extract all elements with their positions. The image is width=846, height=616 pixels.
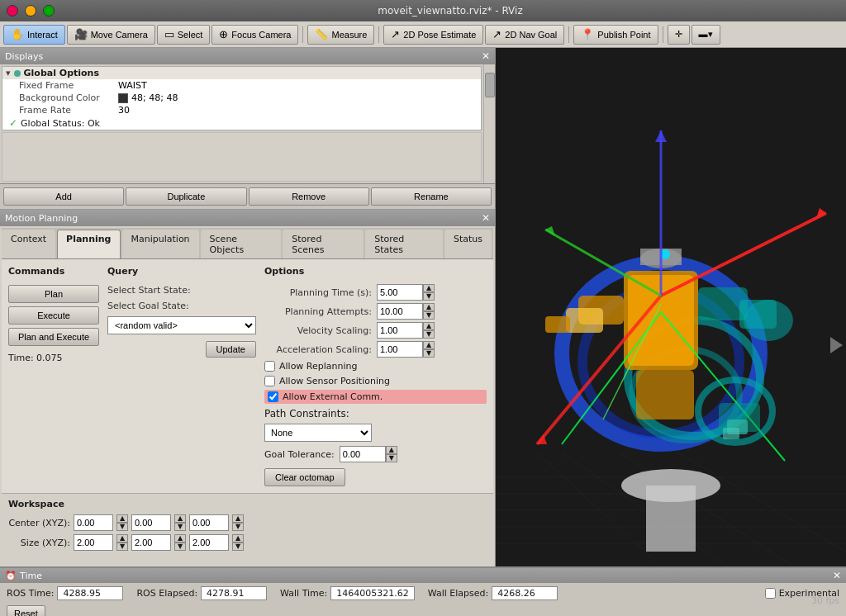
velocity-scaling-input[interactable] xyxy=(377,322,423,339)
velocity-scaling-down[interactable]: ▼ xyxy=(423,330,435,339)
size-y-input[interactable] xyxy=(131,534,171,551)
add-button[interactable]: Add xyxy=(3,187,124,206)
planning-time-input[interactable] xyxy=(377,284,423,301)
interact-button[interactable]: ✋ Interact xyxy=(3,25,65,45)
3d-viewport[interactable] xyxy=(496,48,846,566)
center-z-down[interactable]: ▼ xyxy=(232,523,244,531)
wall-time-label: Wall Time: xyxy=(280,588,327,599)
goal-tolerance-up[interactable]: ▲ xyxy=(386,446,397,454)
displays-close-button[interactable]: ✕ xyxy=(482,50,490,62)
planning-attempts-down[interactable]: ▼ xyxy=(423,311,435,320)
fixed-frame-row[interactable]: Fixed Frame WAIST xyxy=(2,79,481,92)
crosshair-button[interactable]: ✛ xyxy=(668,25,690,45)
menu-button[interactable]: ▬▾ xyxy=(692,25,720,45)
planning-tabs: Context Planning Manipulation Scene Obje… xyxy=(2,228,493,259)
time-display: Time: 0.075 xyxy=(8,353,99,363)
goal-tolerance-input[interactable] xyxy=(340,446,386,462)
minimize-button[interactable] xyxy=(25,5,36,17)
query-label: Query xyxy=(107,266,256,277)
duplicate-button[interactable]: Duplicate xyxy=(126,187,246,206)
global-options-label: Global Options xyxy=(24,68,99,78)
separator-2 xyxy=(378,26,379,43)
goal-state-dropdown[interactable]: <random valid> xyxy=(107,316,256,334)
plan-button[interactable]: Plan xyxy=(8,285,99,303)
svg-rect-42 xyxy=(723,428,739,439)
center-x-up[interactable]: ▲ xyxy=(116,514,128,523)
clear-octomap-button[interactable]: Clear octomap xyxy=(264,468,345,486)
allow-sensor-checkbox[interactable] xyxy=(264,376,275,386)
pose-estimate-button[interactable]: ↗ 2D Pose Estimate xyxy=(383,25,483,45)
size-y-up[interactable]: ▲ xyxy=(174,534,186,543)
close-button[interactable] xyxy=(7,5,18,17)
execute-button[interactable]: Execute xyxy=(8,306,99,325)
reset-button[interactable]: Reset xyxy=(7,605,45,616)
size-z-down[interactable]: ▼ xyxy=(232,543,244,551)
planning-attempts-label: Planning Attempts: xyxy=(264,306,372,317)
goal-tolerance-label: Goal Tolerance: xyxy=(264,449,335,460)
time-content: ROS Time: 4288.95 ROS Elapsed: 4278.91 W… xyxy=(0,583,846,604)
statusbar: ⏰ Time ✕ ROS Time: 4288.95 ROS Elapsed: … xyxy=(0,566,846,616)
frame-rate-value: 30 xyxy=(118,105,130,116)
nav-goal-button[interactable]: ↗ 2D Nav Goal xyxy=(485,25,564,45)
pose-estimate-label: 2D Pose Estimate xyxy=(403,30,476,40)
frame-rate-row[interactable]: Frame Rate 30 xyxy=(2,104,481,116)
acceleration-scaling-down[interactable]: ▼ xyxy=(423,349,435,358)
tab-context[interactable]: Context xyxy=(2,230,55,258)
center-x-down[interactable]: ▼ xyxy=(116,523,128,531)
goal-tolerance-down[interactable]: ▼ xyxy=(386,454,397,462)
size-x-down[interactable]: ▼ xyxy=(116,543,128,551)
acceleration-scaling-input[interactable] xyxy=(377,341,423,358)
maximize-button[interactable] xyxy=(43,5,55,17)
ros-elapsed-value: 4278.91 xyxy=(201,586,267,600)
allow-external-checkbox[interactable] xyxy=(268,391,278,402)
size-x-up[interactable]: ▲ xyxy=(116,534,128,543)
path-constraints-select[interactable]: None xyxy=(264,424,372,442)
center-z-input[interactable] xyxy=(189,514,229,531)
displays-scrollbar[interactable] xyxy=(483,64,495,183)
velocity-scaling-up[interactable]: ▲ xyxy=(423,322,435,330)
bg-color-row[interactable]: Background Color 48; 48; 48 xyxy=(2,92,481,104)
planning-time-up[interactable]: ▲ xyxy=(423,284,435,292)
update-button[interactable]: Update xyxy=(206,341,256,358)
size-z-input[interactable] xyxy=(189,534,229,551)
tab-scene-objects[interactable]: Scene Objects xyxy=(201,230,282,258)
size-y-down[interactable]: ▼ xyxy=(174,543,186,551)
publish-point-button[interactable]: 📍 Publish Point xyxy=(573,25,658,45)
scrollbar-thumb[interactable] xyxy=(485,73,495,97)
focus-camera-button[interactable]: ⊕ Focus Camera xyxy=(212,25,298,45)
time-close-button[interactable]: ✕ xyxy=(833,570,841,581)
center-y-up[interactable]: ▲ xyxy=(174,514,186,523)
scrollbar-track[interactable] xyxy=(484,64,495,183)
size-x-input[interactable] xyxy=(74,534,113,551)
center-y-down[interactable]: ▼ xyxy=(174,523,186,531)
tab-stored-scenes[interactable]: Stored Scenes xyxy=(283,230,364,258)
center-y-input[interactable] xyxy=(131,514,171,531)
tab-planning[interactable]: Planning xyxy=(57,230,120,258)
measure-button[interactable]: 📏 Measure xyxy=(307,25,374,45)
center-x-input[interactable] xyxy=(74,514,113,531)
display-row-global[interactable]: ▾ Global Options xyxy=(2,67,481,79)
acceleration-scaling-up[interactable]: ▲ xyxy=(423,341,435,349)
motion-planning-close-button[interactable]: ✕ xyxy=(482,212,490,224)
size-z-up[interactable]: ▲ xyxy=(232,534,244,543)
tab-status[interactable]: Status xyxy=(444,230,492,258)
plan-execute-button[interactable]: Plan and Execute xyxy=(8,328,99,346)
planning-time-down[interactable]: ▼ xyxy=(423,292,435,301)
rename-button[interactable]: Rename xyxy=(371,187,492,206)
select-button[interactable]: ▭ Select xyxy=(157,25,211,45)
goal-tolerance-spin: ▲ ▼ xyxy=(386,446,397,462)
remove-button[interactable]: Remove xyxy=(249,187,369,206)
center-z-up[interactable]: ▲ xyxy=(232,514,244,523)
experimental-checkbox[interactable] xyxy=(765,588,776,599)
window-title: moveit_viewnatto.rviz* - RViz xyxy=(61,5,839,17)
titlebar: moveit_viewnatto.rviz* - RViz xyxy=(0,0,846,21)
svg-rect-38 xyxy=(636,370,694,419)
tab-manipulation[interactable]: Manipulation xyxy=(122,230,199,258)
planning-attempts-input[interactable] xyxy=(377,303,423,320)
wall-time-field: Wall Time: 1464005321.62 xyxy=(280,586,415,600)
global-status-row[interactable]: ✓ Global Status: Ok xyxy=(2,116,481,130)
move-camera-button[interactable]: 🎥 Move Camera xyxy=(67,25,155,45)
tab-stored-states[interactable]: Stored States xyxy=(365,230,443,258)
planning-attempts-up[interactable]: ▲ xyxy=(423,303,435,311)
allow-replanning-checkbox[interactable] xyxy=(264,361,275,372)
